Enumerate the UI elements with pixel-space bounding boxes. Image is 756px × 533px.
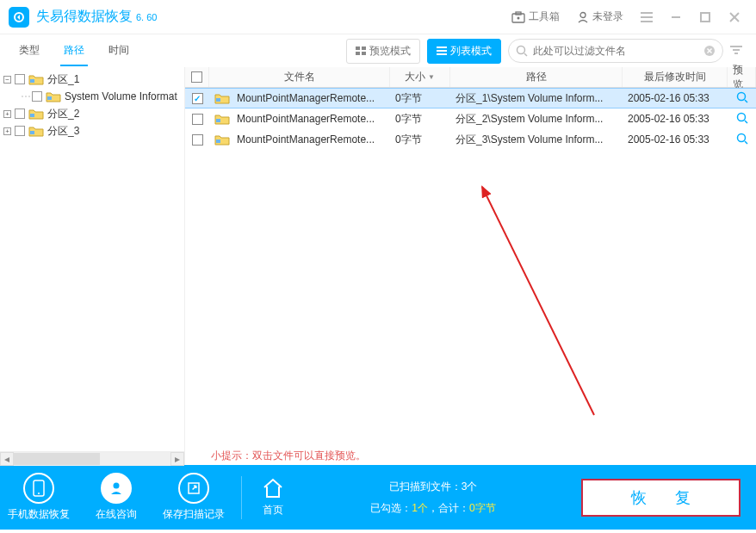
recover-button[interactable]: 恢 复 bbox=[581, 479, 741, 517]
svg-rect-14 bbox=[356, 52, 360, 55]
col-size[interactable]: 大小▼ bbox=[390, 67, 450, 87]
svg-point-43 bbox=[114, 483, 120, 489]
row-checkbox[interactable] bbox=[192, 134, 203, 146]
file-icon bbox=[214, 113, 230, 125]
search-box[interactable] bbox=[508, 39, 723, 63]
svg-rect-13 bbox=[362, 46, 366, 50]
close-button[interactable] bbox=[722, 4, 747, 30]
file-table-header: 文件名 大小▼ 路径 最后修改时间 预览 bbox=[185, 67, 756, 88]
tab-time[interactable]: 时间 bbox=[105, 36, 133, 66]
preview-icon[interactable] bbox=[736, 91, 748, 106]
file-path: 分区_3\System Volume Inform... bbox=[450, 133, 623, 147]
tree-toggle[interactable]: − bbox=[3, 76, 11, 84]
svg-line-33 bbox=[745, 100, 747, 102]
online-consult-button[interactable]: 在线咨询 bbox=[77, 473, 155, 522]
app-title: 失易得数据恢复 bbox=[36, 8, 133, 26]
tab-path[interactable]: 路径 bbox=[60, 36, 88, 66]
row-checkbox[interactable] bbox=[192, 114, 203, 125]
maximize-button[interactable] bbox=[692, 4, 718, 30]
tree-node[interactable]: −分区_1 bbox=[3, 71, 181, 88]
svg-point-4 bbox=[580, 12, 586, 17]
tree-node[interactable]: ⋯System Volume Informat bbox=[3, 88, 181, 105]
minimize-button[interactable] bbox=[663, 4, 689, 30]
svg-point-3 bbox=[517, 16, 520, 19]
toolbox-button[interactable]: 工具箱 bbox=[505, 6, 567, 28]
svg-point-42 bbox=[38, 493, 40, 494]
file-row[interactable]: MountPointManagerRemote...0字节分区_3\System… bbox=[185, 129, 756, 150]
select-all-checkbox[interactable] bbox=[191, 71, 202, 83]
preview-icon[interactable] bbox=[736, 112, 748, 127]
svg-line-20 bbox=[524, 53, 527, 56]
svg-point-35 bbox=[737, 113, 745, 121]
phone-recovery-button[interactable]: 手机数据恢复 bbox=[0, 473, 77, 522]
save-record-button[interactable]: 保存扫描记录 bbox=[155, 473, 232, 522]
svg-rect-30 bbox=[30, 131, 34, 134]
col-preview[interactable]: 预览 bbox=[728, 67, 756, 87]
folder-icon bbox=[28, 108, 44, 120]
file-row[interactable]: MountPointManagerRemote...0字节分区_2\System… bbox=[185, 108, 756, 129]
menu-icon[interactable] bbox=[634, 4, 660, 30]
preview-mode-button[interactable]: 预览模式 bbox=[346, 39, 420, 64]
svg-line-39 bbox=[745, 141, 747, 144]
search-input[interactable] bbox=[533, 45, 698, 57]
tree-checkbox[interactable] bbox=[15, 108, 25, 119]
row-checkbox[interactable] bbox=[192, 93, 203, 104]
list-mode-button[interactable]: 列表模式 bbox=[427, 39, 501, 64]
tree-checkbox[interactable] bbox=[32, 91, 42, 102]
svg-rect-12 bbox=[356, 46, 360, 50]
file-name: MountPointManagerRemote... bbox=[237, 113, 375, 125]
svg-point-38 bbox=[737, 133, 745, 141]
search-icon bbox=[516, 45, 528, 57]
col-date[interactable]: 最后修改时间 bbox=[623, 67, 728, 87]
camera-icon bbox=[511, 11, 525, 23]
svg-rect-15 bbox=[362, 52, 366, 55]
scan-stats: 已扫描到文件：3个 已勾选：1个，合计：0字节 bbox=[285, 480, 581, 516]
svg-rect-29 bbox=[30, 114, 34, 117]
col-filename[interactable]: 文件名 bbox=[209, 67, 390, 87]
col-path[interactable]: 路径 bbox=[450, 67, 623, 87]
preview-icon[interactable] bbox=[736, 133, 748, 147]
list-icon bbox=[437, 46, 447, 55]
tree-label: System Volume Informat bbox=[65, 90, 177, 102]
file-name: MountPointManagerRemote... bbox=[237, 92, 375, 104]
clear-icon[interactable] bbox=[703, 45, 716, 57]
folder-icon bbox=[28, 125, 44, 137]
tree-scrollbar[interactable]: ◂ ▸ bbox=[0, 451, 184, 465]
file-size: 0字节 bbox=[390, 91, 450, 106]
hint-text: 小提示：双击文件可以直接预览。 bbox=[211, 449, 366, 463]
file-row[interactable]: MountPointManagerRemote...0字节分区_1\System… bbox=[185, 88, 756, 108]
tree-node[interactable]: +分区_2 bbox=[3, 105, 181, 122]
svg-point-19 bbox=[517, 46, 525, 54]
file-path: 分区_2\System Volume Inform... bbox=[450, 112, 623, 127]
svg-rect-34 bbox=[216, 119, 220, 122]
tree-checkbox[interactable] bbox=[15, 74, 25, 84]
login-button[interactable]: 未登录 bbox=[570, 6, 630, 28]
home-button[interactable]: 首页 bbox=[261, 477, 285, 518]
file-date: 2005-02-16 05:33 bbox=[623, 133, 728, 146]
file-path: 分区_1\System Volume Inform... bbox=[450, 91, 623, 106]
tab-type[interactable]: 类型 bbox=[15, 36, 43, 66]
svg-rect-37 bbox=[216, 139, 220, 143]
tree-label: 分区_3 bbox=[47, 124, 79, 139]
svg-rect-31 bbox=[216, 98, 220, 102]
tree-checkbox[interactable] bbox=[15, 126, 25, 136]
file-icon bbox=[214, 92, 230, 104]
svg-rect-28 bbox=[47, 96, 52, 100]
tree-node[interactable]: +分区_3 bbox=[3, 122, 181, 139]
file-date: 2005-02-16 05:33 bbox=[623, 92, 728, 104]
svg-rect-9 bbox=[701, 13, 710, 22]
tree-toggle[interactable]: + bbox=[3, 127, 11, 135]
home-icon bbox=[261, 477, 285, 499]
tree-toggle[interactable]: + bbox=[3, 110, 11, 118]
svg-line-36 bbox=[745, 121, 747, 123]
file-size: 0字节 bbox=[390, 133, 450, 147]
filter-icon[interactable] bbox=[730, 44, 747, 58]
file-date: 2005-02-16 05:33 bbox=[623, 113, 728, 125]
svg-rect-27 bbox=[30, 79, 34, 83]
folder-icon bbox=[46, 90, 61, 102]
user-icon bbox=[577, 11, 589, 23]
svg-line-40 bbox=[482, 187, 594, 415]
folder-tree[interactable]: −分区_1⋯System Volume Informat+分区_2+分区_3 bbox=[0, 67, 184, 451]
folder-icon bbox=[28, 73, 44, 85]
grid-icon bbox=[356, 46, 366, 55]
